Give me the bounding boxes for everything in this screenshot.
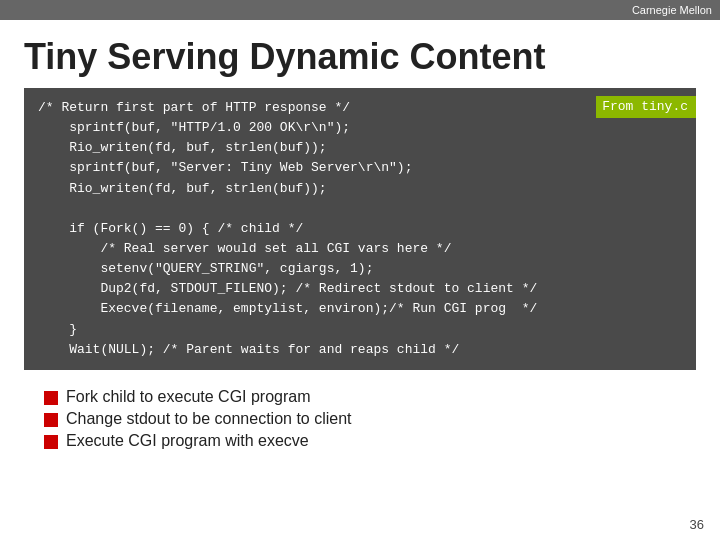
code-line: sprintf(buf, "Server: Tiny Web Server\r\…: [38, 158, 682, 178]
code-line: Execve(filename, emptylist, environ);/* …: [38, 299, 682, 319]
bullet-list: Fork child to execute CGI programChange …: [24, 388, 696, 450]
code-line: }: [38, 320, 682, 340]
bullet-text: Fork child to execute CGI program: [66, 388, 311, 406]
page-title: Tiny Serving Dynamic Content: [24, 36, 696, 78]
header-bar: Carnegie Mellon: [0, 0, 720, 20]
list-item: Change stdout to be connection to client: [44, 410, 696, 428]
code-line: Rio_writen(fd, buf, strlen(buf));: [38, 179, 682, 199]
from-label: From tiny.c: [596, 96, 696, 118]
code-line: sprintf(buf, "HTTP/1.0 200 OK\r\n");: [38, 118, 682, 138]
code-line: [38, 199, 682, 219]
code-line: /* Return first part of HTTP response */: [38, 98, 682, 118]
bullet-text: Change stdout to be connection to client: [66, 410, 352, 428]
code-line: setenv("QUERY_STRING", cgiargs, 1);: [38, 259, 682, 279]
bullet-marker-icon: [44, 391, 58, 405]
code-block: From tiny.c /* Return first part of HTTP…: [24, 88, 696, 370]
code-line: Dup2(fd, STDOUT_FILENO); /* Redirect std…: [38, 279, 682, 299]
code-lines: /* Return first part of HTTP response */…: [38, 98, 682, 360]
code-line: if (Fork() == 0) { /* child */: [38, 219, 682, 239]
bullet-text: Execute CGI program with execve: [66, 432, 309, 450]
list-item: Fork child to execute CGI program: [44, 388, 696, 406]
brand-label: Carnegie Mellon: [632, 4, 712, 16]
bullet-marker-icon: [44, 435, 58, 449]
main-content: Tiny Serving Dynamic Content From tiny.c…: [0, 20, 720, 466]
page-number: 36: [690, 517, 704, 532]
code-line: /* Real server would set all CGI vars he…: [38, 239, 682, 259]
bullet-marker-icon: [44, 413, 58, 427]
code-line: Rio_writen(fd, buf, strlen(buf));: [38, 138, 682, 158]
code-line: Wait(NULL); /* Parent waits for and reap…: [38, 340, 682, 360]
list-item: Execute CGI program with execve: [44, 432, 696, 450]
